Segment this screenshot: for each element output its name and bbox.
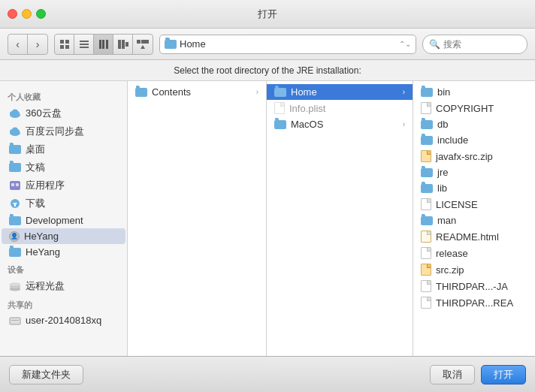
sidebar-item-desktop[interactable]: 桌面 [2, 140, 125, 158]
personal-section-title: 个人收藏 [0, 87, 127, 104]
bottom-right: 取消 打开 [430, 365, 526, 384]
main-content: 个人收藏 360云盘 百度云同步盘 桌面 文稿 应用程序 [0, 81, 535, 356]
svg-point-24 [12, 128, 18, 133]
file-item-javafx[interactable]: javafx-src.zip [413, 148, 535, 164]
action-view-button[interactable] [133, 35, 153, 54]
nav-buttons: ‹ › [8, 34, 48, 55]
file-item-thirdpar2[interactable]: THIRDPAR...REA [413, 294, 535, 311]
search-bar[interactable]: 🔍 [422, 35, 527, 54]
file-item-db[interactable]: db [413, 116, 535, 132]
svg-rect-6 [80, 47, 89, 48]
file-item-srczip-name: src.zip [436, 264, 535, 276]
svg-rect-7 [99, 40, 101, 49]
sidebar-item-shared-user-label: user-20140818xq [26, 315, 101, 326]
desktop-folder-icon [9, 145, 21, 154]
svg-rect-11 [122, 40, 125, 49]
location-arrows: ⌃⌄ [399, 40, 411, 48]
heyang-folder-icon [9, 248, 21, 257]
file-item-db-name: db [437, 119, 535, 130]
file-item-javafx-name: javafx-src.zip [436, 151, 535, 162]
svg-point-20 [12, 110, 18, 115]
sidebar-item-remotedisk[interactable]: 远程光盘 [2, 277, 125, 295]
gallery-view-button[interactable] [113, 35, 133, 54]
file-item-release[interactable]: release [413, 245, 535, 261]
file-item-jre[interactable]: jre [413, 164, 535, 180]
cloud-icon [9, 108, 21, 119]
macos-folder-icon [274, 120, 286, 129]
list-view-button[interactable] [74, 35, 94, 54]
sidebar-item-documents[interactable]: 文稿 [2, 158, 125, 176]
file-item-readme[interactable]: README.html [413, 228, 535, 245]
svg-rect-27 [16, 183, 19, 186]
svg-rect-3 [65, 45, 69, 49]
license-doc-icon [421, 198, 431, 210]
file-columns: Contents › Home › Info.plist MacOS › [128, 81, 535, 356]
sidebar-item-heyang1[interactable]: 👤 HeYang [2, 228, 125, 244]
lib-folder-icon [421, 184, 433, 193]
svg-rect-10 [118, 40, 121, 49]
open-button[interactable]: 打开 [481, 365, 526, 384]
toolbar: ‹ › Home ⌃⌄ 🔍 [0, 29, 535, 60]
file-item-lib[interactable]: lib [413, 180, 535, 196]
development-folder-icon [9, 216, 21, 225]
sidebar-item-development[interactable]: Development [2, 213, 125, 228]
file-item-home-name: Home [291, 86, 398, 98]
file-item-home[interactable]: Home › [267, 84, 413, 100]
file-item-thirdpar2-name: THIRDPAR...REA [436, 297, 535, 309]
file-column-3: bin COPYRIGHT db include javafx-src.zip … [413, 81, 535, 356]
forward-button[interactable]: › [28, 35, 47, 54]
sidebar-item-remotedisk-label: 远程光盘 [26, 279, 65, 293]
file-item-copyright[interactable]: COPYRIGHT [413, 100, 535, 116]
file-item-srczop[interactable]: src.zip [413, 261, 535, 278]
file-item-include[interactable]: include [413, 132, 535, 148]
sidebar-item-applications[interactable]: 应用程序 [2, 176, 125, 194]
sidebar-item-downloads[interactable]: 下载 [2, 194, 125, 213]
file-item-man-name: man [437, 215, 535, 226]
heyang-user-icon: 👤 [9, 231, 20, 242]
man-folder-icon [421, 216, 433, 225]
window-controls [8, 9, 46, 19]
column-view-button[interactable] [94, 35, 113, 54]
file-column-2: Home › Info.plist MacOS › [267, 81, 413, 356]
file-item-bin[interactable]: bin [413, 84, 535, 100]
back-button[interactable]: ‹ [8, 35, 28, 54]
location-text: Home [180, 38, 396, 50]
sidebar-item-heyang2[interactable]: HeYang [2, 244, 125, 260]
file-item-release-name: release [436, 248, 535, 259]
downloads-icon [9, 198, 21, 209]
file-item-contents[interactable]: Contents › [128, 84, 266, 100]
file-item-infoplist[interactable]: Info.plist [267, 100, 413, 116]
file-item-thirdpar1[interactable]: THIRDPAR...-JA [413, 278, 535, 294]
file-item-license[interactable]: LICENSE [413, 196, 535, 213]
file-item-bin-name: bin [437, 86, 535, 98]
file-item-thirdpar1-name: THIRDPAR...-JA [436, 281, 535, 292]
javafx-zip-icon [421, 150, 431, 162]
file-item-infoplist-name: Info.plist [289, 103, 405, 114]
file-item-contents-name: Contents [152, 86, 252, 98]
location-bar[interactable]: Home ⌃⌄ [159, 35, 416, 54]
minimize-button[interactable] [22, 9, 32, 19]
close-button[interactable] [8, 9, 17, 19]
icon-view-button[interactable] [55, 35, 74, 54]
infoplist-doc-icon [274, 102, 285, 114]
file-item-man[interactable]: man [413, 213, 535, 228]
location-folder-icon [165, 40, 177, 49]
sidebar-item-360cloud[interactable]: 360云盘 [2, 104, 125, 122]
file-item-macos[interactable]: MacOS › [267, 116, 413, 132]
documents-folder-icon [9, 163, 21, 172]
view-buttons [54, 34, 153, 55]
search-input[interactable] [443, 39, 518, 50]
maximize-button[interactable] [36, 9, 46, 19]
sidebar-item-downloads-label: 下载 [26, 197, 45, 210]
contents-chevron: › [256, 88, 258, 96]
new-folder-button[interactable]: 新建文件夹 [9, 365, 83, 384]
cancel-button[interactable]: 取消 [430, 365, 475, 384]
svg-rect-15 [145, 40, 149, 44]
sidebar-item-shared-user[interactable]: user-20140818xq [2, 312, 125, 328]
file-item-macos-name: MacOS [291, 119, 398, 130]
svg-rect-13 [137, 40, 141, 44]
sidebar-item-baiduyun[interactable]: 百度云同步盘 [2, 122, 125, 140]
file-item-lib-name: lib [437, 182, 535, 194]
svg-rect-35 [11, 320, 19, 321]
sidebar-item-360cloud-label: 360云盘 [26, 107, 62, 120]
